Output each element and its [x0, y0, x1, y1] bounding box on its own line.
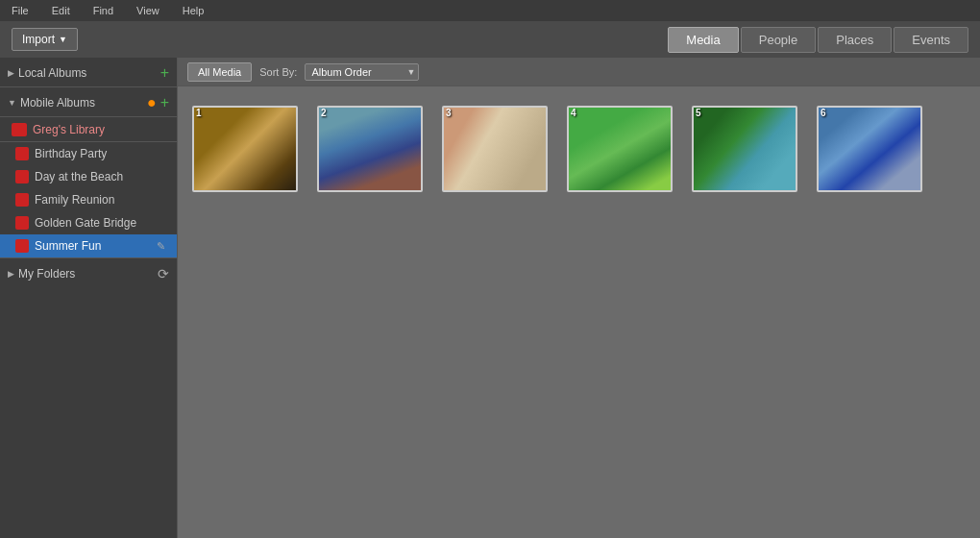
tab-events[interactable]: Events [894, 27, 968, 53]
album-icon [15, 170, 29, 183]
photo-number-6: 6 [821, 108, 826, 118]
mobile-albums-section: ▼ Mobile Albums ● + Greg's Library Birth… [0, 87, 177, 257]
mobile-albums-sync-icon[interactable]: ● [147, 95, 157, 110]
album-family-reunion[interactable]: Family Reunion [0, 188, 177, 211]
mobile-albums-arrow: ▼ [8, 98, 16, 108]
photo-image-3 [442, 106, 548, 192]
menu-help[interactable]: Help [179, 3, 208, 18]
local-albums-section: ▶ Local Albums + [0, 58, 177, 87]
mobile-albums-label: Mobile Albums [20, 96, 95, 110]
menu-edit[interactable]: Edit [48, 3, 74, 18]
local-albums-add-icon[interactable]: + [160, 65, 169, 81]
album-label: Family Reunion [35, 193, 114, 207]
local-albums-left: ▶ Local Albums [8, 66, 86, 80]
gregs-library-item[interactable]: Greg's Library [0, 117, 177, 142]
edit-icon[interactable]: ✎ [157, 240, 165, 253]
local-albums-header[interactable]: ▶ Local Albums + [0, 58, 177, 87]
my-folders-header[interactable]: ▶ My Folders ⟳ [0, 257, 177, 287]
my-folders-left: ▶ My Folders [8, 267, 75, 281]
mobile-albums-left: ▼ Mobile Albums [8, 96, 95, 110]
mobile-albums-icons: ● + [147, 95, 169, 110]
photo-image-4 [567, 106, 673, 192]
import-label: Import [22, 33, 55, 46]
menu-file[interactable]: File [8, 3, 33, 18]
local-albums-label: Local Albums [18, 66, 86, 80]
photo-thumb-3[interactable]: 3 [442, 106, 548, 192]
toolbar: Import ▼ Media People Places Events [0, 21, 980, 58]
photo-number-1: 1 [196, 108, 202, 118]
tab-bar: Media People Places Events [668, 27, 968, 53]
sidebar: ▶ Local Albums + ▼ Mobile Albums ● + [0, 58, 178, 538]
photo-image-5 [692, 106, 797, 192]
album-icon [15, 193, 29, 207]
my-folders-label: My Folders [18, 267, 75, 281]
photo-thumb-6[interactable]: 6 [817, 106, 922, 192]
album-birthday-party[interactable]: Birthday Party [0, 142, 177, 165]
photo-image-6 [817, 106, 922, 192]
photo-number-2: 2 [321, 108, 327, 118]
album-day-at-beach[interactable]: Day at the Beach [0, 165, 177, 188]
gregs-library-label: Greg's Library [33, 123, 105, 136]
photo-image-1 [192, 106, 298, 192]
album-label: Summer Fun [35, 239, 101, 253]
import-arrow: ▼ [59, 35, 67, 44]
album-label: Birthday Party [35, 147, 107, 160]
photo-number-5: 5 [696, 108, 701, 118]
album-label: Golden Gate Bridge [35, 216, 136, 230]
photo-number-3: 3 [446, 108, 452, 118]
photo-image-2 [317, 106, 423, 192]
photo-thumb-4[interactable]: 4 [567, 106, 673, 192]
main-layout: ▶ Local Albums + ▼ Mobile Albums ● + [0, 58, 980, 538]
tab-places[interactable]: Places [818, 27, 892, 53]
album-label: Day at the Beach [35, 170, 123, 183]
gregs-library-icon [12, 123, 27, 136]
all-media-button[interactable]: All Media [187, 62, 252, 82]
local-albums-arrow: ▶ [8, 68, 14, 78]
menu-bar: File Edit Find View Help [0, 0, 980, 21]
tab-media[interactable]: Media [668, 27, 738, 53]
sort-select[interactable]: Album OrderDate (Newest First)Date (Olde… [305, 63, 419, 81]
album-summer-fun[interactable]: Summer Fun ✎ [0, 234, 177, 257]
menu-find[interactable]: Find [89, 3, 117, 18]
mobile-albums-header[interactable]: ▼ Mobile Albums ● + [0, 87, 177, 117]
photo-grid: 1 2 3 4 5 6 [178, 86, 980, 538]
album-golden-gate[interactable]: Golden Gate Bridge [0, 211, 177, 234]
photo-thumb-2[interactable]: 2 [317, 106, 423, 192]
mobile-albums-add-icon[interactable]: + [160, 95, 169, 110]
photo-thumb-1[interactable]: 1 [192, 106, 298, 192]
photo-thumb-5[interactable]: 5 [692, 106, 797, 192]
tab-people[interactable]: People [741, 27, 816, 53]
photo-number-4: 4 [571, 108, 576, 118]
sort-select-wrapper: Album OrderDate (Newest First)Date (Olde… [305, 63, 419, 81]
sort-by-label: Sort By: [259, 66, 297, 78]
album-icon [15, 239, 29, 253]
my-folders-arrow: ▶ [8, 269, 14, 279]
menu-view[interactable]: View [133, 3, 163, 18]
my-folders-sync-icon[interactable]: ⟳ [158, 266, 169, 281]
import-button[interactable]: Import ▼ [12, 28, 78, 51]
filter-bar: All Media Sort By: Album OrderDate (Newe… [178, 58, 980, 86]
content-area: All Media Sort By: Album OrderDate (Newe… [178, 58, 980, 538]
album-icon [15, 147, 29, 160]
album-icon [15, 216, 29, 230]
